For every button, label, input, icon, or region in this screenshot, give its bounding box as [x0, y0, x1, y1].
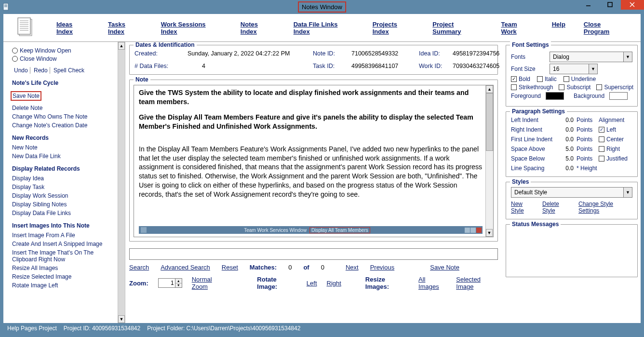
radio-close-window[interactable]: Close Window	[12, 55, 114, 62]
insert-snipped-image-link[interactable]: Create And Insert A Snipped Image	[12, 241, 114, 247]
align-left-checkbox[interactable]: Left	[599, 126, 630, 133]
nav-data-file-links-index[interactable]: Data File Links Index	[294, 21, 354, 35]
change-style-settings-link[interactable]: Change Style Settings	[578, 201, 632, 214]
change-owner-link[interactable]: Change Who Owns The Note	[12, 113, 114, 120]
subscript-checkbox[interactable]: Subscript	[559, 84, 590, 91]
nav-tasks-index[interactable]: Tasks Index	[108, 21, 143, 35]
reset-link[interactable]: Reset	[222, 264, 238, 271]
background-label: Background	[574, 93, 604, 99]
advanced-search-link[interactable]: Advanced Search	[161, 264, 210, 271]
minimize-button[interactable]	[577, 0, 599, 10]
nav-project-summary[interactable]: Project Summary	[432, 21, 483, 35]
search-link[interactable]: Search	[129, 264, 149, 271]
resize-all-images-bottom-link[interactable]: All Images	[418, 276, 446, 290]
normal-zoom-link[interactable]: Normal Zoom	[192, 276, 228, 290]
nav-team-work[interactable]: Team Work	[501, 21, 534, 35]
display-work-session-link[interactable]: Display Work Session	[12, 192, 114, 199]
zoom-stepper[interactable]: ▲▼	[158, 278, 182, 288]
styles-combobox[interactable]: Default Style▼	[511, 187, 632, 198]
search-input[interactable]	[129, 248, 498, 260]
scroll-up-icon[interactable]: ▲	[486, 85, 493, 93]
status-help-pages: Help Pages Project	[7, 325, 57, 332]
nav-help[interactable]: Help	[552, 21, 565, 35]
align-center-checkbox[interactable]: Center	[599, 136, 630, 143]
display-data-file-links-link[interactable]: Display Data File Links	[12, 210, 114, 216]
resize-selected-image-bottom-link[interactable]: Selected Image	[456, 276, 498, 290]
redo-button[interactable]: Redo	[32, 67, 50, 74]
italic-checkbox[interactable]: Italic	[537, 76, 557, 82]
scroll-up-icon[interactable]: ▲	[118, 42, 125, 50]
nav-projects-index[interactable]: Projects Index	[373, 21, 415, 35]
first-line-indent-value: 0.0	[557, 136, 577, 143]
first-line-indent-label: First Line Indent	[511, 136, 557, 143]
strikethrough-checkbox[interactable]: Strikethrough	[511, 84, 553, 91]
left-panel: Keep Window Open Close Window Undo Redo …	[3, 42, 118, 323]
stepper-up-icon[interactable]: ▲	[175, 279, 182, 283]
scroll-down-icon[interactable]: ▼	[486, 229, 493, 237]
rotate-left-link[interactable]: Left	[307, 280, 317, 287]
zoom-value-input[interactable]	[159, 279, 175, 287]
radio-keep-window-open[interactable]: Keep Window Open	[12, 47, 114, 54]
align-justified-checkbox[interactable]: Justified	[599, 155, 630, 162]
delete-note-link[interactable]: Delete Note	[12, 105, 114, 111]
chevron-down-icon[interactable]: ▼	[623, 52, 632, 62]
save-note-link[interactable]: Save Note	[11, 91, 41, 101]
height-label: * Height	[577, 165, 599, 172]
display-task-link[interactable]: Display Task	[12, 184, 114, 190]
next-link[interactable]: Next	[346, 264, 359, 271]
display-sibling-notes-link[interactable]: Display Sibling Notes	[12, 201, 114, 208]
change-date-link[interactable]: Change Note's Creation Date	[12, 122, 114, 129]
resize-selected-image-link[interactable]: Resize Selected Image	[12, 273, 114, 280]
underline-checkbox[interactable]: Underline	[564, 76, 596, 82]
rotate-right-link[interactable]: Right	[327, 280, 341, 287]
previous-link[interactable]: Previous	[370, 264, 395, 271]
new-style-link[interactable]: New Style	[511, 201, 536, 214]
font-size-combobox[interactable]: 16▼	[550, 64, 598, 74]
scroll-track[interactable]	[118, 50, 125, 315]
align-right-checkbox[interactable]: Right	[599, 146, 630, 152]
line-spacing-label: Line Spacing	[511, 165, 557, 172]
checkbox-icon	[599, 156, 604, 162]
checkbox-label: Right	[606, 146, 620, 152]
section-insert-images: Insert Images Into This Note	[12, 222, 114, 229]
insert-image-file-link[interactable]: Insert Image From A File	[12, 232, 114, 239]
checkbox-icon	[559, 84, 564, 90]
nav-notes-index[interactable]: Notes Index	[241, 21, 275, 35]
window-title: Notes Window	[298, 1, 346, 13]
superscript-checkbox[interactable]: Superscript	[596, 84, 633, 91]
chevron-down-icon[interactable]: ▼	[623, 188, 632, 197]
stepper-down-icon[interactable]: ▼	[175, 283, 182, 288]
scroll-thumb[interactable]	[486, 93, 493, 151]
fonts-combobox[interactable]: Dialog▼	[550, 52, 632, 62]
new-note-link[interactable]: New Note	[12, 144, 114, 151]
insert-clipboard-image-link[interactable]: Insert The Image That's On The Clipboard…	[12, 249, 114, 263]
maximize-button[interactable]	[599, 0, 621, 10]
left-indent-label: Left Indent	[511, 117, 557, 123]
chevron-down-icon[interactable]: ▼	[589, 64, 597, 74]
note-editor[interactable]: Give the TWS System the ability to locat…	[134, 85, 494, 237]
note-scrollbar[interactable]: ▲ ▼	[485, 85, 493, 237]
foreground-color-swatch[interactable]	[546, 92, 564, 100]
background-color-swatch[interactable]	[609, 92, 628, 100]
undo-button[interactable]: Undo	[12, 67, 30, 74]
note-content[interactable]: Give the TWS System the ability to locat…	[139, 88, 483, 223]
display-idea-link[interactable]: Display Idea	[12, 175, 114, 182]
nav-work-sessions-index[interactable]: Work Sessions Index	[161, 21, 222, 35]
resize-all-images-link[interactable]: Resize All Images	[12, 265, 114, 271]
left-scrollbar[interactable]: ▲ ▼	[118, 42, 125, 323]
bold-checkbox[interactable]: Bold	[511, 76, 530, 82]
note-paragraph: Give the TWS System the ability to locat…	[139, 88, 483, 106]
save-note-bottom-link[interactable]: Save Note	[430, 264, 459, 271]
spell-check-button[interactable]: Spell Check	[52, 67, 86, 74]
new-data-file-link-link[interactable]: New Data File Link	[12, 153, 114, 160]
nav-close-program[interactable]: Close Program	[584, 21, 627, 35]
rotate-image-left-link[interactable]: Rotate Image Left	[12, 282, 114, 289]
nav-ideas-index[interactable]: Ideas Index	[56, 21, 90, 35]
line-spacing-value: 0.0	[557, 165, 577, 172]
close-button[interactable]	[621, 0, 644, 10]
titlebar: Notes Window	[0, 0, 644, 14]
delete-style-link[interactable]: Delete Style	[542, 201, 572, 214]
points-label: Points	[577, 126, 599, 133]
group-legend: Dates & Identification	[134, 42, 197, 48]
scroll-down-icon[interactable]: ▼	[118, 315, 125, 323]
